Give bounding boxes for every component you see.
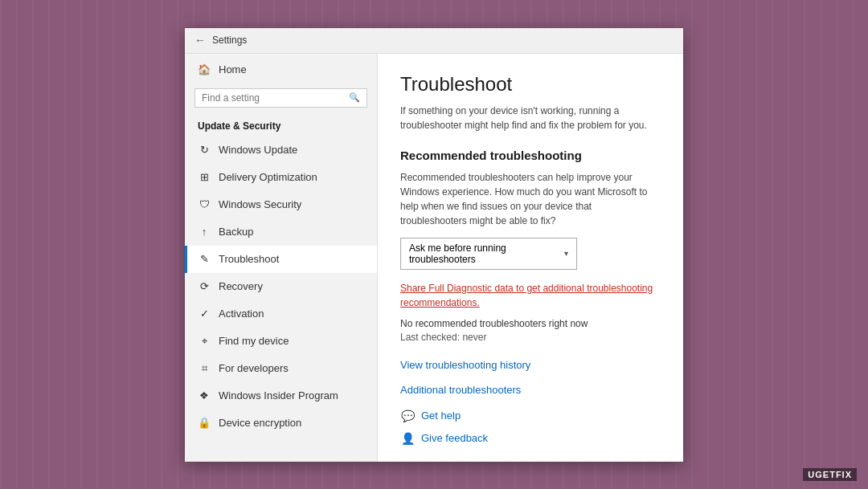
- get-help-icon: 💬: [400, 409, 415, 423]
- page-title: Troubleshoot: [400, 73, 661, 96]
- sidebar-item-find-my-device[interactable]: ⌖ Find my device: [185, 328, 377, 355]
- diagnostic-link[interactable]: Share Full Diagnostic data to get additi…: [400, 281, 661, 310]
- home-label: Home: [219, 63, 247, 75]
- sidebar-item-windows-update[interactable]: ↻ Windows Update: [185, 137, 377, 164]
- sidebar-item-delivery-optimization[interactable]: ⊞ Delivery Optimization: [185, 164, 377, 191]
- give-feedback-icon: 👤: [400, 431, 415, 446]
- search-input[interactable]: [202, 92, 344, 104]
- dropdown-value: Ask me before running troubleshooters: [409, 242, 564, 265]
- sidebar-item-windows-insider[interactable]: ❖ Windows Insider Program: [185, 382, 377, 410]
- sidebar-item-label: Delivery Optimization: [219, 171, 317, 183]
- activation-icon: ✓: [198, 308, 211, 320]
- sidebar-item-label: Backup: [219, 226, 253, 238]
- find-my-device-icon: ⌖: [198, 335, 211, 348]
- troubleshoot-dropdown[interactable]: Ask me before running troubleshooters ▾: [400, 238, 577, 270]
- sidebar-item-label: Recovery: [219, 280, 263, 292]
- give-feedback-row[interactable]: 👤 Give feedback: [400, 431, 661, 446]
- sidebar-item-label: Windows Insider Program: [219, 389, 338, 401]
- recommended-section-title: Recommended troubleshooting: [400, 149, 661, 162]
- recovery-icon: ⟳: [198, 280, 211, 293]
- main-content: Troubleshoot If something on your device…: [378, 54, 683, 462]
- window-title: Settings: [212, 35, 247, 46]
- additional-troubleshooters-link[interactable]: Additional troubleshooters: [400, 384, 661, 396]
- sidebar: 🏠 Home 🔍 Update & Security ↻ Windows Upd…: [185, 54, 378, 462]
- sidebar-item-home[interactable]: 🏠 Home: [185, 54, 377, 85]
- view-history-link[interactable]: View troubleshooting history: [400, 359, 661, 371]
- get-help-row[interactable]: 💬 Get help: [400, 409, 661, 423]
- intro-text: If something on your device isn't workin…: [400, 104, 661, 132]
- sidebar-item-label: For developers: [219, 362, 289, 374]
- device-encryption-icon: 🔒: [198, 417, 211, 430]
- windows-insider-icon: ❖: [198, 389, 211, 402]
- delivery-optimization-icon: ⊞: [198, 171, 211, 184]
- ugetfix-badge: UGETFIX: [803, 468, 857, 481]
- last-checked-text: Last checked: never: [400, 332, 661, 343]
- back-button[interactable]: ←: [194, 34, 206, 47]
- windows-update-icon: ↻: [198, 144, 211, 157]
- window-body: 🏠 Home 🔍 Update & Security ↻ Windows Upd…: [185, 54, 683, 462]
- sidebar-item-windows-security[interactable]: 🛡 Windows Security: [185, 191, 377, 218]
- sidebar-item-for-developers[interactable]: ⌗ For developers: [185, 355, 377, 382]
- sidebar-item-label: Windows Security: [219, 198, 301, 210]
- sidebar-item-troubleshoot[interactable]: ✎ Troubleshoot: [185, 246, 377, 273]
- sidebar-item-label: Device encryption: [219, 417, 301, 429]
- get-help-link[interactable]: Get help: [421, 410, 461, 422]
- search-box[interactable]: 🔍: [194, 88, 367, 108]
- developers-icon: ⌗: [198, 362, 211, 375]
- sidebar-item-device-encryption[interactable]: 🔒 Device encryption: [185, 410, 377, 437]
- sidebar-item-activation[interactable]: ✓ Activation: [185, 300, 377, 328]
- sidebar-item-recovery[interactable]: ⟳ Recovery: [185, 273, 377, 300]
- search-icon: 🔍: [349, 92, 360, 103]
- sidebar-item-label: Windows Update: [219, 144, 297, 156]
- sidebar-item-label: Troubleshoot: [219, 253, 279, 265]
- sidebar-item-label: Find my device: [219, 335, 289, 347]
- settings-window: ← Settings 🏠 Home 🔍 Update & Security ↻ …: [185, 28, 683, 462]
- troubleshoot-icon: ✎: [198, 253, 211, 266]
- windows-security-icon: 🛡: [198, 198, 211, 211]
- home-icon: 🏠: [198, 63, 211, 75]
- sidebar-item-label: Activation: [219, 308, 264, 320]
- chevron-down-icon: ▾: [564, 249, 568, 258]
- section-label: Update & Security: [185, 114, 377, 137]
- title-bar: ← Settings: [185, 28, 683, 54]
- backup-icon: ↑: [198, 226, 211, 238]
- recommended-section-desc: Recommended troubleshooters can help imp…: [400, 170, 661, 228]
- sidebar-item-backup[interactable]: ↑ Backup: [185, 218, 377, 246]
- give-feedback-link[interactable]: Give feedback: [421, 432, 488, 444]
- no-troubleshooters-status: No recommended troubleshooters right now: [400, 318, 661, 329]
